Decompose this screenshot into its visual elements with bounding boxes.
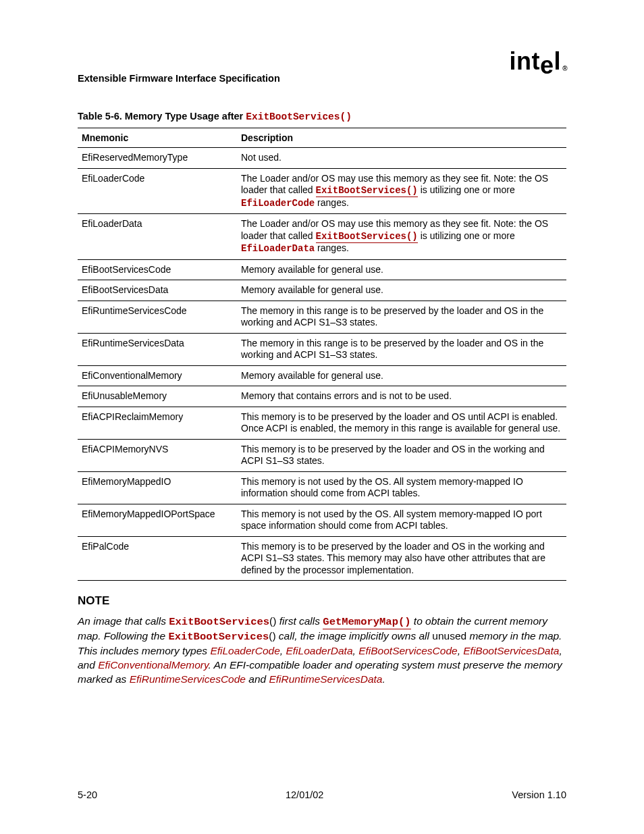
cell-description: This memory is not used by the OS. All s…	[237, 471, 566, 504]
cell-mnemonic: EfiLoaderCode	[78, 168, 237, 214]
text: Not used.	[241, 152, 281, 163]
cell-description: This memory is to be preserved by the lo…	[237, 536, 566, 581]
cell-mnemonic: EfiBootServicesCode	[78, 259, 237, 280]
cell-description: Memory available for general use.	[237, 280, 566, 301]
text: call, the image implicitly owns all	[276, 630, 433, 642]
term-red: EfiLoaderData	[286, 645, 352, 656]
text: ranges.	[315, 242, 349, 253]
text: ranges.	[315, 197, 349, 208]
table-row: EfiReservedMemoryTypeNot used.	[78, 148, 566, 169]
term-red: EfiLoaderCode	[210, 645, 279, 656]
table-row: EfiRuntimeServicesCodeThe memory in this…	[78, 301, 566, 333]
table-row: EfiMemoryMappedIOThis memory is not used…	[78, 471, 566, 504]
table-row: EfiConventionalMemoryMemory available fo…	[78, 365, 566, 386]
note-heading: NOTE	[78, 594, 566, 608]
text: This memory is to be preserved by the lo…	[241, 411, 560, 434]
text: Memory available for general use.	[241, 284, 383, 295]
table-row: EfiLoaderCodeThe Loader and/or OS may us…	[78, 168, 566, 214]
cell-mnemonic: EfiMemoryMappedIOPortSpace	[78, 504, 237, 536]
text: The memory in this range is to be preser…	[241, 305, 543, 328]
page-header: Extensible Firmware Interface Specificat…	[78, 55, 566, 84]
header-mnemonic: Mnemonic	[78, 128, 237, 148]
table-row: EfiACPIMemoryNVSThis memory is to be pre…	[78, 439, 566, 471]
text: first calls	[276, 615, 323, 627]
table-caption: Table 5-6. Memory Type Usage after ExitB…	[78, 111, 566, 122]
table-row: EfiACPIReclaimMemoryThis memory is to be…	[78, 407, 566, 439]
text: unused	[432, 630, 466, 642]
table-row: EfiLoaderDataThe Loader and/or OS may us…	[78, 214, 566, 260]
text: .	[382, 673, 385, 685]
footer-version: Version 1.10	[512, 789, 566, 800]
note-body: An image that calls ExitBootServices() f…	[78, 615, 566, 687]
text: ()	[269, 630, 275, 642]
cell-mnemonic: EfiBootServicesData	[78, 280, 237, 301]
memory-type-table: Mnemonic Description EfiReservedMemoryTy…	[78, 128, 566, 581]
cell-description: Not used.	[237, 148, 566, 169]
text: Memory available for general use.	[241, 264, 383, 275]
text: This memory is not used by the OS. All s…	[241, 476, 523, 499]
cell-description: Memory available for general use.	[237, 259, 566, 280]
table-caption-prefix: Table 5-6. Memory Type Usage after	[78, 111, 246, 122]
code-token: EfiLoaderCode	[241, 198, 315, 209]
term-red: EfiRuntimeServicesData	[269, 673, 382, 685]
cell-description: This memory is not used by the OS. All s…	[237, 504, 566, 536]
term-red: EfiRuntimeServicesCode	[130, 673, 246, 685]
doc-title: Extensible Firmware Interface Specificat…	[78, 73, 280, 84]
table-row: EfiMemoryMappedIOPortSpaceThis memory is…	[78, 504, 566, 536]
term-red: EfiBootServicesCode	[358, 645, 457, 656]
cell-mnemonic: EfiReservedMemoryType	[78, 148, 237, 169]
table-caption-code: ExitBootServices()	[246, 111, 352, 122]
table-row: EfiRuntimeServicesDataThe memory in this…	[78, 333, 566, 365]
text: The memory in this range is to be preser…	[241, 338, 543, 361]
code-link[interactable]: ExitBootServices()	[316, 185, 418, 197]
term-red: EfiBootServicesData	[463, 645, 559, 656]
code-link[interactable]: ExitBootServices()	[316, 231, 418, 243]
text: is utilizing one or more	[418, 184, 515, 195]
term-red: EfiConventionalMemory	[98, 659, 208, 671]
footer-date: 12/01/02	[286, 789, 323, 800]
text: Memory available for general use.	[241, 370, 383, 381]
text: ,	[458, 645, 464, 656]
code-token: ExitBootServices	[168, 631, 269, 643]
page-footer: 5-20 12/01/02 Version 1.10	[78, 789, 566, 800]
cell-mnemonic: EfiUnusableMemory	[78, 386, 237, 407]
page: Extensible Firmware Interface Specificat…	[0, 0, 644, 834]
cell-description: The Loader and/or OS may use this memory…	[237, 214, 566, 260]
cell-mnemonic: EfiMemoryMappedIO	[78, 471, 237, 504]
text: An image that calls	[78, 615, 169, 627]
table-header-row: Mnemonic Description	[78, 128, 566, 148]
cell-mnemonic: EfiACPIReclaimMemory	[78, 407, 237, 439]
header-description: Description	[237, 128, 566, 148]
cell-mnemonic: EfiPalCode	[78, 536, 237, 581]
text: This memory is not used by the OS. All s…	[241, 509, 542, 531]
cell-description: This memory is to be preserved by the lo…	[237, 439, 566, 471]
cell-mnemonic: EfiConventionalMemory	[78, 365, 237, 386]
footer-page-number: 5-20	[78, 789, 97, 800]
cell-description: The Loader and/or OS may use this memory…	[237, 168, 566, 214]
cell-description: This memory is to be preserved by the lo…	[237, 407, 566, 439]
cell-description: Memory available for general use.	[237, 365, 566, 386]
code-token: ExitBootServices	[169, 616, 269, 628]
cell-mnemonic: EfiRuntimeServicesData	[78, 333, 237, 365]
text: ()	[269, 615, 276, 627]
cell-mnemonic: EfiACPIMemoryNVS	[78, 439, 237, 471]
cell-description: The memory in this range is to be preser…	[237, 301, 566, 333]
table-row: EfiBootServicesDataMemory available for …	[78, 280, 566, 301]
table-row: EfiUnusableMemoryMemory that contains er…	[78, 386, 566, 407]
code-link[interactable]: GetMemoryMap()	[323, 616, 410, 629]
cell-mnemonic: EfiLoaderData	[78, 214, 237, 260]
intel-logo: intel®	[510, 47, 566, 76]
text: ,	[353, 645, 359, 656]
text: is utilizing one or more	[418, 230, 515, 241]
text: This memory is to be preserved by the lo…	[241, 444, 545, 467]
text: Memory that contains errors and is not t…	[241, 390, 452, 401]
cell-mnemonic: EfiRuntimeServicesCode	[78, 301, 237, 333]
text: and	[246, 673, 269, 685]
cell-description: Memory that contains errors and is not t…	[237, 386, 566, 407]
code-token: EfiLoaderData	[241, 243, 315, 254]
table-row: EfiBootServicesCodeMemory available for …	[78, 259, 566, 280]
text: This memory is to be preserved by the lo…	[241, 541, 545, 575]
trademark-icon: ®	[562, 65, 568, 72]
table-row: EfiPalCodeThis memory is to be preserved…	[78, 536, 566, 581]
cell-description: The memory in this range is to be preser…	[237, 333, 566, 365]
